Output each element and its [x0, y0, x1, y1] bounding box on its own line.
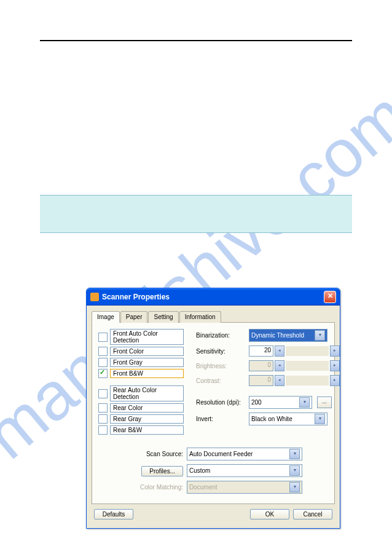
label-front-auto[interactable]: Front Auto Color Detection — [110, 329, 184, 345]
chevron-down-icon: ▾ — [315, 414, 325, 424]
contrast-slider — [286, 376, 329, 385]
tab-setting[interactable]: Setting — [148, 311, 178, 323]
profiles-button[interactable]: Profiles... — [141, 466, 183, 476]
brightness-up: ▸ — [330, 360, 340, 371]
top-rule — [40, 40, 352, 41]
check-front-gray: Front Gray — [98, 358, 184, 367]
spinner-sensitivity: 20 ◂ ▸ — [249, 346, 340, 357]
contrast-value: 0 — [249, 375, 273, 386]
label-scan-source: Scan Source: — [135, 451, 183, 457]
brightness-slider — [286, 361, 329, 371]
row-resolution: Resolution (dpi): 200 ▾ ... — [196, 396, 340, 409]
chevron-down-icon: ▾ — [289, 465, 300, 476]
footer-row: Defaults OK Cancel — [92, 504, 335, 523]
row-invert: Invert: Black on White ▾ — [196, 413, 340, 425]
page-content: Scanner Properties ✕ Image Paper Setting… — [0, 40, 392, 233]
checkbox-rear-auto[interactable] — [98, 389, 108, 398]
tab-content: Front Auto Color Detection Front Color F… — [92, 323, 335, 504]
check-front-bw: Front B&W — [98, 369, 184, 378]
row-binarization: Binarization: Dynamic Threshold ▾ — [196, 329, 340, 342]
resolution-value: 200 — [251, 399, 262, 406]
row-profiles: Profiles... Custom ▾ — [135, 464, 328, 477]
chevron-down-icon: ▾ — [299, 397, 310, 408]
label-sensitivity: Sensitivity: — [196, 348, 244, 355]
binarization-value: Dynamic Threshold — [251, 332, 304, 339]
check-rear-auto: Rear Auto Color Detection — [98, 385, 184, 401]
invert-value: Black on White — [251, 416, 292, 422]
row-scan-source: Scan Source: Auto Document Feeder ▾ — [135, 448, 328, 460]
chevron-down-icon: ▾ — [315, 330, 325, 341]
titlebar: Scanner Properties ✕ — [87, 288, 340, 306]
dialog-body: Image Paper Setting Information Front Au… — [87, 306, 340, 528]
chevron-down-icon: ▾ — [289, 482, 300, 492]
label-binarization: Binarization: — [196, 332, 244, 339]
defaults-button[interactable]: Defaults — [94, 509, 133, 519]
tab-paper[interactable]: Paper — [120, 311, 148, 323]
label-rear-bw[interactable]: Rear B&W — [110, 425, 184, 435]
checkbox-column: Front Auto Color Detection Front Color F… — [98, 329, 184, 436]
row-brightness: Brightness: 0 ◂ ▸ — [196, 360, 340, 371]
tab-information[interactable]: Information — [179, 311, 221, 323]
label-resolution: Resolution (dpi): — [196, 399, 244, 406]
label-rear-color[interactable]: Rear Color — [110, 403, 184, 413]
dropdown-profiles[interactable]: Custom ▾ — [187, 464, 302, 477]
upper-row: Front Auto Color Detection Front Color F… — [98, 329, 328, 436]
dropdown-resolution[interactable]: 200 ▾ — [249, 396, 312, 409]
app-icon — [90, 293, 99, 301]
chevron-down-icon: ▾ — [289, 449, 300, 459]
titlebar-left: Scanner Properties — [90, 293, 170, 301]
tab-row: Image Paper Setting Information — [92, 310, 335, 323]
cancel-button[interactable]: Cancel — [293, 509, 332, 519]
check-front-auto: Front Auto Color Detection — [98, 329, 184, 345]
close-button[interactable]: ✕ — [324, 291, 336, 303]
dropdown-scan-source[interactable]: Auto Document Feeder ▾ — [187, 448, 302, 460]
lower-section: Scan Source: Auto Document Feeder ▾ Prof… — [98, 448, 328, 494]
brightness-value: 0 — [249, 360, 273, 371]
checkbox-front-gray[interactable] — [98, 358, 108, 367]
checkbox-front-auto[interactable] — [98, 333, 108, 342]
spinner-brightness: 0 ◂ ▸ — [249, 360, 340, 371]
checkbox-rear-bw[interactable] — [98, 425, 108, 435]
sensitivity-down[interactable]: ◂ — [275, 346, 284, 357]
scanner-properties-dialog: Scanner Properties ✕ Image Paper Setting… — [86, 288, 340, 529]
label-color-matching: Color Matching: — [135, 484, 183, 491]
resolution-browse-button[interactable]: ... — [317, 397, 332, 408]
check-front-color: Front Color — [98, 347, 184, 356]
label-brightness: Brightness: — [196, 363, 244, 369]
contrast-up: ▸ — [330, 375, 340, 386]
sensitivity-up[interactable]: ▸ — [330, 346, 340, 357]
label-contrast: Contrast: — [196, 377, 244, 384]
dropdown-color-matching: Document ▾ — [187, 481, 302, 494]
brightness-down: ◂ — [275, 360, 284, 371]
label-front-color[interactable]: Front Color — [110, 347, 184, 356]
color-matching-value: Document — [189, 484, 218, 491]
check-rear-color: Rear Color — [98, 403, 184, 413]
checkbox-front-color[interactable] — [98, 347, 108, 356]
scan-source-value: Auto Document Feeder — [189, 451, 253, 457]
contrast-down: ◂ — [275, 375, 284, 386]
dropdown-binarization[interactable]: Dynamic Threshold ▾ — [249, 329, 327, 342]
checkbox-rear-gray[interactable] — [98, 414, 108, 424]
label-invert: Invert: — [196, 416, 244, 422]
row-sensitivity: Sensitivity: 20 ◂ ▸ — [196, 346, 340, 357]
tab-image[interactable]: Image — [92, 311, 120, 323]
spinner-contrast: 0 ◂ ▸ — [249, 375, 340, 386]
check-rear-bw: Rear B&W — [98, 425, 184, 435]
checkbox-front-bw[interactable] — [98, 369, 108, 378]
profiles-value: Custom — [189, 467, 210, 474]
sensitivity-value[interactable]: 20 — [249, 346, 273, 357]
label-front-gray[interactable]: Front Gray — [110, 358, 184, 367]
label-rear-auto[interactable]: Rear Auto Color Detection — [110, 385, 184, 401]
row-color-matching: Color Matching: Document ▾ — [135, 481, 328, 494]
row-contrast: Contrast: 0 ◂ ▸ — [196, 375, 340, 386]
check-rear-gray: Rear Gray — [98, 414, 184, 424]
label-front-bw[interactable]: Front B&W — [110, 369, 184, 378]
sensitivity-slider[interactable] — [286, 346, 329, 356]
dropdown-invert[interactable]: Black on White ▾ — [249, 413, 327, 425]
checkbox-rear-color[interactable] — [98, 403, 108, 413]
footer-right: OK Cancel — [250, 509, 332, 519]
ok-button[interactable]: OK — [250, 509, 289, 519]
settings-column: Binarization: Dynamic Threshold ▾ Sensit… — [196, 329, 340, 436]
window-title: Scanner Properties — [102, 293, 170, 301]
label-rear-gray[interactable]: Rear Gray — [110, 414, 184, 424]
